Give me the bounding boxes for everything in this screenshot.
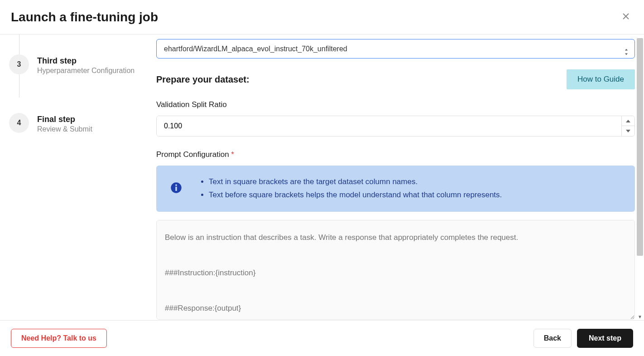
scrollbar-track[interactable] [637, 38, 643, 321]
scrollbar-thumb[interactable] [637, 38, 643, 256]
step-subtitle: Review & Submit [37, 125, 92, 133]
chevron-up-icon [626, 120, 630, 122]
how-to-guide-button[interactable]: How to Guide [567, 69, 635, 89]
chevron-down-icon [626, 130, 630, 132]
info-list-item: Text in square brackets are the target d… [209, 176, 502, 189]
footer: Need Help? Talk to us Back Next step [0, 320, 644, 356]
svg-point-2 [175, 184, 177, 186]
close-icon [620, 11, 631, 22]
page-header: Launch a fine-tuning job [0, 0, 644, 34]
main-content: ehartford/WizardLM_alpaca_evol_instruct_… [154, 34, 644, 325]
step-item-3: 3 Third step Hyperparameter Configuratio… [9, 39, 145, 98]
step-connector-top [19, 34, 19, 54]
need-help-button[interactable]: Need Help? Talk to us [11, 329, 107, 348]
prompt-config-textarea[interactable] [156, 220, 635, 320]
required-asterisk: * [229, 150, 234, 159]
dataset-select[interactable]: ehartford/WizardLM_alpaca_evol_instruct_… [156, 39, 635, 59]
step-subtitle: Hyperparameter Configuration [37, 67, 135, 75]
validation-split-label: Validation Split Ratio [156, 100, 635, 109]
info-icon [170, 181, 183, 196]
svg-rect-1 [175, 187, 177, 191]
step-number-badge: 3 [9, 54, 29, 74]
page-title: Launch a fine-tuning job [11, 10, 158, 24]
step-title: Third step [37, 56, 135, 66]
info-list: Text in square brackets are the target d… [201, 176, 502, 202]
back-button[interactable]: Back [533, 329, 572, 348]
spinner-down-button[interactable] [622, 126, 634, 136]
number-spinner [621, 116, 634, 136]
step-content: Third step Hyperparameter Configuration [37, 39, 135, 75]
spinner-up-button[interactable] [622, 116, 634, 126]
prompt-config-label: Prompt Configuration * [156, 150, 635, 159]
footer-actions: Back Next step [533, 329, 633, 348]
info-box: Text in square brackets are the target d… [156, 166, 635, 212]
close-button[interactable] [619, 9, 633, 25]
steps-sidebar: 3 Third step Hyperparameter Configuratio… [0, 34, 154, 325]
validation-split-input[interactable] [157, 116, 621, 136]
dataset-select-wrapper: ehartford/WizardLM_alpaca_evol_instruct_… [156, 39, 635, 69]
next-step-button[interactable]: Next step [577, 329, 633, 348]
prepare-title: Prepare your dataset: [156, 74, 250, 85]
scrollbar-down-arrow[interactable]: ▼ [637, 313, 643, 320]
validation-split-input-wrapper [156, 116, 635, 137]
prompt-config-label-text: Prompt Configuration [156, 150, 229, 159]
step-number-badge: 4 [9, 113, 29, 133]
prepare-section-header: Prepare your dataset: How to Guide [156, 69, 635, 89]
step-item-4: 4 Final step Review & Submit [9, 98, 145, 156]
step-content: Final step Review & Submit [37, 98, 92, 133]
step-title: Final step [37, 115, 92, 124]
info-list-item: Text before square brackets helps the mo… [209, 189, 502, 202]
content-wrapper: 3 Third step Hyperparameter Configuratio… [0, 34, 644, 325]
